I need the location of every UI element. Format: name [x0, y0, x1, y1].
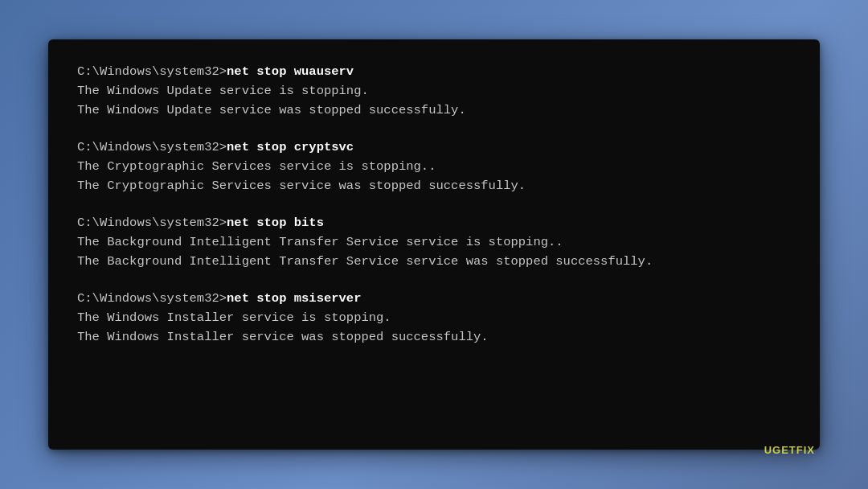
watermark: UGETFIX [764, 444, 815, 456]
command-3: net stop bits [227, 216, 324, 230]
output-2-1: The Cryptographic Services service is st… [77, 157, 791, 176]
cmd-line-1: C:\Windows\system32>net stop wuauserv [77, 62, 791, 81]
command-1: net stop wuauserv [227, 64, 354, 79]
cmd-block-4: C:\Windows\system32>net stop msiserver T… [77, 289, 791, 347]
cmd-block-1: C:\Windows\system32>net stop wuauserv Th… [77, 62, 791, 120]
watermark-text-before: UGE [764, 444, 789, 456]
command-4: net stop msiserver [227, 291, 361, 306]
output-4-1: The Windows Installer service is stoppin… [77, 308, 791, 327]
output-1-2: The Windows Update service was stopped s… [77, 101, 791, 120]
cmd-line-3: C:\Windows\system32>net stop bits [77, 213, 791, 232]
watermark-text-after: FIX [796, 444, 815, 456]
cmd-line-4: C:\Windows\system32>net stop msiserver [77, 289, 791, 308]
cmd-block-2: C:\Windows\system32>net stop cryptsvc Th… [77, 138, 791, 195]
output-3-1: The Background Intelligent Transfer Serv… [77, 232, 791, 252]
terminal-wrapper: C:\Windows\system32>net stop wuauserv Th… [48, 39, 820, 450]
prompt-2: C:\Windows\system32> [77, 140, 227, 154]
prompt-4: C:\Windows\system32> [77, 291, 227, 306]
prompt-1: C:\Windows\system32> [77, 64, 227, 79]
output-2-2: The Cryptographic Services service was s… [77, 176, 791, 195]
terminal-window: C:\Windows\system32>net stop wuauserv Th… [48, 39, 820, 450]
output-1-1: The Windows Update service is stopping. [77, 81, 791, 101]
command-2: net stop cryptsvc [227, 140, 354, 154]
prompt-3: C:\Windows\system32> [77, 216, 227, 230]
cmd-block-3: C:\Windows\system32>net stop bits The Ba… [77, 213, 791, 271]
output-3-2: The Background Intelligent Transfer Serv… [77, 252, 791, 271]
cmd-line-2: C:\Windows\system32>net stop cryptsvc [77, 138, 791, 157]
watermark-highlight: T [789, 444, 796, 456]
terminal-content: C:\Windows\system32>net stop wuauserv Th… [77, 62, 791, 347]
output-4-2: The Windows Installer service was stoppe… [77, 327, 791, 347]
